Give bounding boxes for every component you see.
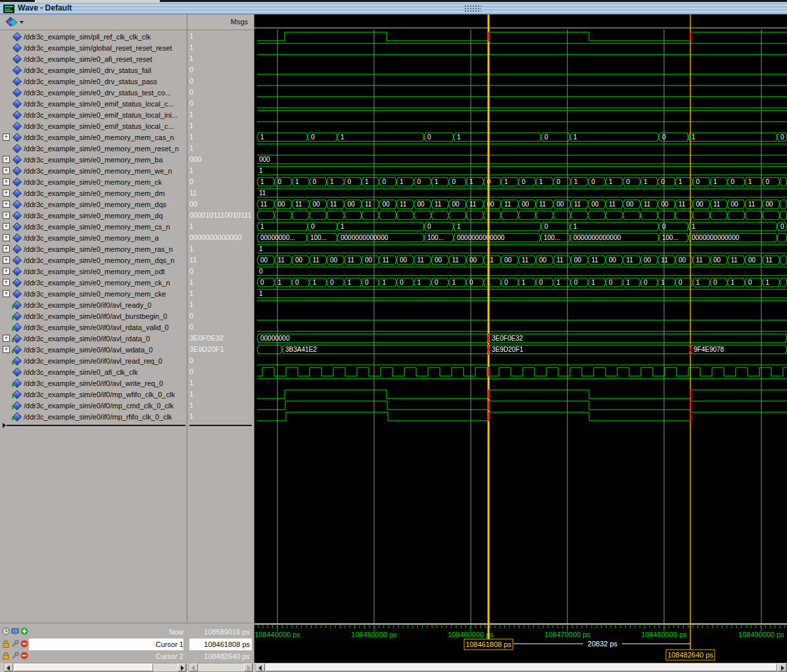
cursor2-label[interactable]: Cursor 2 xyxy=(29,650,183,662)
wave-window-titlebar[interactable]: Wave - Default xyxy=(0,2,787,14)
signal-name-label[interactable]: /ddr3c_example_sim/e0_memory_mem_ck xyxy=(24,178,162,186)
signal-name-label[interactable]: /ddr3c_example_sim/e0_memory_mem_dq xyxy=(24,212,163,220)
signal-row[interactable]: +/ddr3c_example_sim/e0/if0/avl_burstbegi… xyxy=(0,310,187,322)
signal-row[interactable]: +/ddr3c_example_sim/e0_memory_mem_dq xyxy=(0,210,187,221)
lock-icon[interactable] xyxy=(2,640,10,648)
signal-row[interactable]: +/ddr3c_example_sim/e0_memory_mem_dqs_n xyxy=(0,254,187,266)
signal-row[interactable]: +/ddr3c_example_sim/e0_emif_status_local… xyxy=(0,120,187,132)
signal-name-label[interactable]: /ddr3c_example_sim/e0_memory_mem_ba xyxy=(24,156,163,164)
signal-row[interactable]: +/ddr3c_example_sim/pll_ref_clk_clk_clk xyxy=(0,31,187,42)
signal-row[interactable]: +/ddr3c_example_sim/e0_memory_mem_ras_n xyxy=(0,243,187,254)
signal-row[interactable]: +/ddr3c_example_sim/e0_afi_clk_clk xyxy=(0,366,187,377)
expand-button[interactable]: + xyxy=(3,212,10,219)
lock-icon[interactable] xyxy=(2,652,10,660)
scrollbar-thumb[interactable] xyxy=(14,663,153,671)
expand-button[interactable]: + xyxy=(3,268,10,275)
scroll-left-button[interactable] xyxy=(256,663,265,671)
signal-name-label[interactable]: /ddr3c_example_sim/e0_memory_mem_ras_n xyxy=(24,245,173,253)
wave-canvas[interactable]: 1010101010000110101010101010101010101010… xyxy=(254,14,787,663)
expand-button[interactable]: + xyxy=(3,189,10,197)
expand-button[interactable]: + xyxy=(3,279,10,286)
signal-row[interactable]: +/ddr3c_example_sim/e0_memory_mem_a xyxy=(0,232,187,243)
signal-name-label[interactable]: /ddr3c_example_sim/e0/if0/mp_cmd_clk_0_c… xyxy=(24,402,174,410)
signal-row[interactable]: +/ddr3c_example_sim/e0/if0/mp_wfifo_clk_… xyxy=(0,389,187,400)
signal-name-label[interactable]: /ddr3c_example_sim/e0/if0/avl_burstbegin… xyxy=(24,312,167,320)
expand-button[interactable]: + xyxy=(3,346,10,353)
signal-row[interactable]: +/ddr3c_example_sim/e0_memory_mem_odt xyxy=(0,266,187,277)
signal-name-label[interactable]: /ddr3c_example_sim/e0_memory_mem_we_n xyxy=(24,167,172,175)
signal-name-label[interactable]: /ddr3c_example_sim/e0_emif_status_local_… xyxy=(24,111,178,119)
signal-name-label[interactable]: /ddr3c_example_sim/e0_afi_reset_reset xyxy=(24,55,153,63)
signal-row[interactable]: +/ddr3c_example_sim/e0/if0/avl_wdata_0 xyxy=(0,344,187,355)
scroll-left-button[interactable] xyxy=(189,663,198,671)
signal-name-label[interactable]: /ddr3c_example_sim/e0_memory_mem_cke xyxy=(24,290,166,298)
signal-row[interactable]: +/ddr3c_example_sim/e0_memory_mem_ck xyxy=(0,176,187,187)
signal-name-label[interactable]: /ddr3c_example_sim/e0_memory_mem_dqs xyxy=(24,201,166,208)
cursor2-value[interactable]: 108482640 ps xyxy=(189,650,252,662)
signal-name-label[interactable]: /ddr3c_example_sim/e0_drv_status_pass xyxy=(24,78,157,85)
signal-row[interactable]: +/ddr3c_example_sim/e0/if0/avl_rdata_val… xyxy=(0,322,187,333)
expand-button[interactable]: + xyxy=(3,133,10,141)
delete-cursor-icon[interactable] xyxy=(20,652,28,660)
expand-button[interactable]: + xyxy=(3,290,10,297)
signal-row[interactable]: +/ddr3c_example_sim/e0_memory_mem_we_n xyxy=(0,165,187,176)
expand-button[interactable]: + xyxy=(3,156,10,163)
signal-name-label[interactable]: /ddr3c_example_sim/e0_memory_mem_dqs_n xyxy=(24,256,174,264)
names-h-scrollbar[interactable] xyxy=(4,663,187,672)
signal-name-label[interactable]: /ddr3c_example_sim/e0/if0/avl_wdata_0 xyxy=(24,346,153,354)
signal-row[interactable]: +/ddr3c_example_sim/e0_memory_mem_ba xyxy=(0,154,187,165)
signal-name-label[interactable]: /ddr3c_example_sim/e0/if0/avl_rdata_0 xyxy=(24,335,150,343)
scrollbar-thumb[interactable] xyxy=(266,663,777,671)
signal-name-label[interactable]: /ddr3c_example_sim/e0/if0/avl_read_req_0 xyxy=(24,357,162,365)
expand-button[interactable]: + xyxy=(3,335,10,342)
expand-button[interactable]: + xyxy=(3,201,10,208)
signal-name-label[interactable]: /ddr3c_example_sim/e0_memory_mem_cs_n xyxy=(24,223,170,231)
signal-row[interactable]: +/ddr3c_example_sim/e0/if0/mp_cmd_clk_0_… xyxy=(0,400,187,411)
scroll-left-button[interactable] xyxy=(5,663,13,671)
signal-name-label[interactable]: /ddr3c_example_sim/e0/if0/mp_wfifo_clk_0… xyxy=(24,391,175,398)
signal-row[interactable]: +/ddr3c_example_sim/e0_drv_status_pass xyxy=(0,76,187,87)
expand-button[interactable]: + xyxy=(3,256,10,264)
cursor2-row[interactable]: Cursor 2 108482640 ps xyxy=(0,650,254,662)
signal-row[interactable]: +/ddr3c_example_sim/e0/if0/avl_read_req_… xyxy=(0,355,187,366)
signal-name-label[interactable]: /ddr3c_example_sim/e0_afi_clk_clk xyxy=(24,368,138,376)
signal-name-label[interactable]: /ddr3c_example_sim/e0/if0/mp_rfifo_clk_0… xyxy=(24,413,172,421)
signal-name-label[interactable]: /ddr3c_example_sim/e0_memory_mem_ck_n xyxy=(24,279,170,287)
expand-button[interactable]: + xyxy=(3,167,10,174)
signal-row[interactable]: +/ddr3c_example_sim/e0_memory_mem_cke xyxy=(0,288,187,299)
cursor1-value[interactable]: 108461808 ps xyxy=(189,638,252,650)
expand-button[interactable]: + xyxy=(3,245,10,252)
signal-name-label[interactable]: /ddr3c_example_sim/e0_memory_mem_reset_n xyxy=(24,145,179,153)
signal-name-label[interactable]: /ddr3c_example_sim/global_reset_reset_re… xyxy=(24,44,172,52)
msgs-column-header[interactable]: Msgs xyxy=(187,14,254,30)
scroll-right-button[interactable] xyxy=(244,663,252,671)
cursor1-row[interactable]: Cursor 1 108461808 ps xyxy=(0,638,254,650)
signal-row[interactable]: +/ddr3c_example_sim/e0_memory_mem_dqs xyxy=(0,199,187,210)
signal-row[interactable]: +/ddr3c_example_sim/global_reset_reset_r… xyxy=(0,42,187,53)
delete-cursor-icon[interactable] xyxy=(20,640,28,648)
signal-name-label[interactable]: /ddr3c_example_sim/e0/if0/avl_rdata_vali… xyxy=(24,324,169,331)
signal-name-label[interactable]: /ddr3c_example_sim/e0_memory_mem_a xyxy=(24,234,158,242)
wrench-icon[interactable] xyxy=(11,652,19,660)
signal-name-label[interactable]: /ddr3c_example_sim/e0/if0/avl_ready_0 xyxy=(24,301,151,309)
signal-row[interactable]: +/ddr3c_example_sim/e0_memory_mem_dm xyxy=(0,187,187,199)
signal-name-label[interactable]: /ddr3c_example_sim/e0_memory_mem_odt xyxy=(24,268,165,276)
expand-button[interactable]: + xyxy=(3,178,10,185)
expand-button[interactable]: + xyxy=(3,223,10,230)
signal-name-label[interactable]: /ddr3c_example_sim/e0_drv_status_test_co… xyxy=(24,89,171,97)
signal-name-label[interactable]: /ddr3c_example_sim/e0_emif_status_local_… xyxy=(24,100,174,108)
signal-row[interactable]: +/ddr3c_example_sim/e0/if0/avl_rdata_0 xyxy=(0,333,187,344)
wave-toolbar-dropdown-icon[interactable] xyxy=(5,16,25,28)
names-msgs-divider[interactable] xyxy=(187,14,187,663)
signal-name-label[interactable]: /ddr3c_example_sim/e0_memory_mem_dm xyxy=(24,189,165,197)
signal-row[interactable]: +/ddr3c_example_sim/e0_memory_mem_cs_n xyxy=(0,221,187,232)
signal-name-label[interactable]: /ddr3c_example_sim/e0/if0/avl_write_req_… xyxy=(24,379,163,387)
signal-row[interactable]: +/ddr3c_example_sim/e0_memory_mem_reset_… xyxy=(0,143,187,154)
signal-row[interactable]: +/ddr3c_example_sim/e0/if0/avl_ready_0 xyxy=(0,299,187,310)
signal-row[interactable]: +/ddr3c_example_sim/e0_afi_reset_reset xyxy=(0,53,187,64)
expand-button[interactable]: + xyxy=(3,234,10,241)
signal-name-label[interactable]: /ddr3c_example_sim/e0_drv_status_fail xyxy=(24,66,151,74)
add-cursor-icon[interactable] xyxy=(20,627,28,635)
signal-name-label[interactable]: /ddr3c_example_sim/pll_ref_clk_clk_clk xyxy=(24,33,151,41)
signal-row[interactable]: +/ddr3c_example_sim/e0_drv_status_test_c… xyxy=(0,87,187,98)
